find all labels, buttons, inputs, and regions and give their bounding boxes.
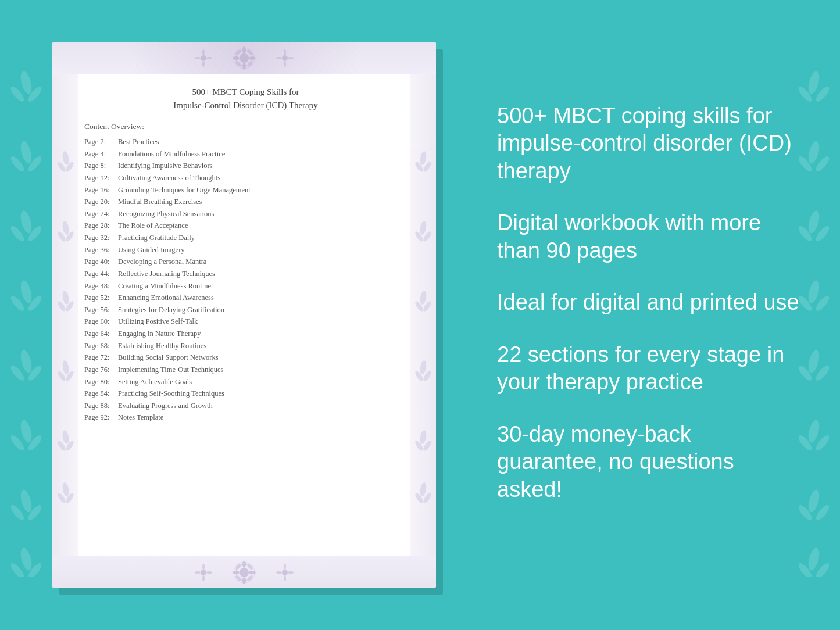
- svg-point-82: [284, 61, 286, 67]
- svg-point-66: [234, 48, 255, 69]
- table-of-contents-item: Page 88:Evaluating Progress and Growth: [84, 400, 407, 412]
- svg-point-65: [236, 50, 252, 66]
- document-content: 500+ MBCT Coping Skills for Impulse-Cont…: [52, 74, 436, 556]
- svg-point-16: [19, 349, 34, 374]
- table-of-contents-item: Page 72:Building Social Support Networks: [84, 352, 407, 364]
- table-of-contents-item: Page 76:Implementing Time-Out Techniques: [84, 364, 407, 376]
- table-of-contents-item: Page 36:Using Guided Imagery: [84, 244, 407, 256]
- svg-point-84: [288, 57, 294, 59]
- svg-point-146: [202, 575, 205, 581]
- svg-point-3: [24, 77, 28, 82]
- table-of-contents-item: Page 52:Enhancing Emotional Awareness: [84, 292, 407, 304]
- svg-point-72: [246, 48, 254, 56]
- svg-point-67: [242, 46, 246, 53]
- svg-point-79: [206, 57, 212, 59]
- svg-point-151: [284, 575, 286, 581]
- table-of-contents-item: Page 84:Practicing Self-Soothing Techniq…: [84, 388, 407, 400]
- table-of-contents-item: Page 48:Creating a Mindfulness Routine: [84, 280, 407, 292]
- table-of-contents-item: Page 92:Notes Template: [84, 411, 407, 424]
- svg-point-150: [284, 564, 286, 570]
- document-body: 500+ MBCT Coping Skills for Impulse-Cont…: [52, 42, 436, 588]
- svg-point-4: [19, 140, 34, 165]
- document-bottom-border: [52, 556, 436, 588]
- svg-point-152: [276, 571, 282, 574]
- info-item-2: Digital workbook with more than 90 pages: [497, 209, 799, 264]
- left-floral-decoration: [0, 0, 52, 630]
- svg-point-15: [24, 287, 28, 291]
- svg-point-19: [24, 356, 28, 361]
- svg-point-74: [246, 60, 254, 67]
- svg-point-133: [240, 568, 249, 577]
- svg-point-138: [233, 571, 240, 574]
- info-text-3: Ideal for digital and printed use: [497, 289, 799, 317]
- table-of-contents-item: Page 64:Engaging in Nature Therapy: [84, 328, 407, 340]
- svg-point-73: [235, 60, 242, 67]
- table-of-contents-item: Page 8:Identifying Impulsive Behaviors: [84, 160, 407, 172]
- document-preview: 500+ MBCT Coping Skills for Impulse-Cont…: [52, 42, 436, 588]
- table-of-contents-item: Page 40:Developing a Personal Mantra: [84, 256, 407, 268]
- svg-point-81: [284, 49, 286, 55]
- svg-point-28: [19, 547, 34, 572]
- table-of-contents-item: Page 12:Cultivating Awareness of Thought…: [84, 172, 407, 184]
- svg-point-71: [235, 48, 242, 56]
- table-of-contents-item: Page 24:Recognizing Physical Sensations: [84, 208, 407, 220]
- svg-point-149: [282, 570, 288, 575]
- info-panel: 500+ MBCT coping skills for impulse-cont…: [468, 0, 840, 630]
- svg-point-77: [202, 61, 205, 67]
- svg-point-80: [282, 55, 288, 61]
- table-of-contents-item: Page 16:Grounding Techniques for Urge Ma…: [84, 184, 407, 196]
- info-item-5: 30-day money-back guarantee, no question…: [497, 421, 799, 504]
- svg-point-144: [201, 570, 206, 575]
- table-of-contents-item: Page 44:Reflective Journaling Techniques: [84, 268, 407, 280]
- info-item-1: 500+ MBCT coping skills for impulse-cont…: [497, 102, 799, 185]
- svg-point-31: [24, 554, 28, 559]
- bottom-mandala-decoration: [157, 561, 331, 584]
- svg-point-147: [195, 571, 201, 574]
- svg-point-75: [201, 55, 206, 61]
- svg-point-27: [24, 496, 28, 500]
- svg-point-68: [242, 63, 246, 70]
- info-text-4: 22 sections for every stage in your ther…: [497, 341, 799, 396]
- svg-point-145: [202, 564, 205, 570]
- svg-point-76: [202, 49, 205, 55]
- svg-point-0: [19, 70, 34, 95]
- svg-point-24: [19, 489, 34, 514]
- table-of-contents-item: Page 68:Establishing Healthy Routines: [84, 340, 407, 352]
- svg-point-12: [19, 280, 34, 305]
- svg-point-11: [24, 217, 28, 221]
- info-text-2: Digital workbook with more than 90 pages: [497, 209, 799, 264]
- table-of-contents-item: Page 80:Setting Achievable Goals: [84, 376, 407, 388]
- top-mandala-decoration: [157, 46, 331, 70]
- table-of-contents-item: Page 2:Best Practices: [84, 136, 407, 148]
- svg-point-23: [24, 426, 28, 431]
- svg-point-139: [249, 571, 256, 574]
- info-text-1: 500+ MBCT coping skills for impulse-cont…: [497, 102, 799, 185]
- table-of-contents-item: Page 56:Strategies for Delaying Gratific…: [84, 304, 407, 316]
- svg-point-137: [242, 577, 246, 584]
- info-item-4: 22 sections for every stage in your ther…: [497, 341, 799, 396]
- table-of-contents-item: Page 28:The Role of Acceptance: [84, 220, 407, 232]
- svg-point-153: [288, 571, 294, 574]
- table-of-contents-item: Page 32:Practicing Gratitude Daily: [84, 232, 407, 244]
- svg-point-136: [242, 561, 246, 568]
- table-of-contents-item: Page 20:Mindful Breathing Exercises: [84, 196, 407, 208]
- table-of-contents-item: Page 4:Foundations of Mindfulness Practi…: [84, 148, 407, 160]
- svg-point-8: [19, 210, 34, 235]
- document-title: 500+ MBCT Coping Skills for Impulse-Cont…: [84, 85, 407, 112]
- table-of-contents: Page 2:Best PracticesPage 4:Foundations …: [84, 136, 407, 424]
- svg-point-78: [195, 57, 201, 59]
- document-top-border: [52, 42, 436, 74]
- svg-point-83: [276, 57, 282, 59]
- svg-point-69: [233, 56, 240, 60]
- table-of-contents-item: Page 60:Utilizing Positive Self-Talk: [84, 316, 407, 328]
- svg-point-148: [206, 571, 212, 574]
- content-overview-label: Content Overview:: [84, 122, 407, 131]
- info-item-3: Ideal for digital and printed use: [497, 289, 799, 317]
- svg-point-20: [19, 419, 34, 444]
- svg-point-70: [249, 56, 256, 60]
- info-text-5: 30-day money-back guarantee, no question…: [497, 421, 799, 504]
- svg-point-7: [24, 147, 28, 152]
- svg-point-64: [240, 53, 249, 63]
